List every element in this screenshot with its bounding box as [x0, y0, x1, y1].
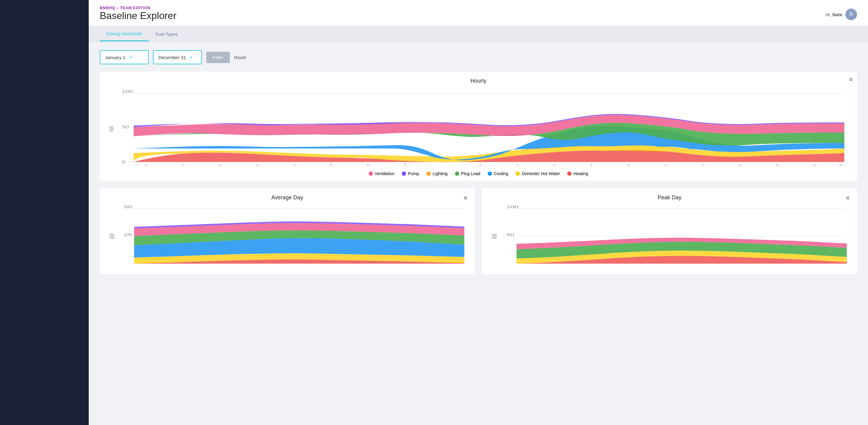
hourly-chart-svg: 100 50 0 kW: [107, 87, 850, 167]
content-area: January 1 ✓ December 31 ✓ Filter Reset H…: [89, 41, 868, 425]
header-left: BNBHQ – TEAM EDITION Baseline Explorer: [100, 5, 177, 22]
legend-pump: Pump: [402, 171, 419, 176]
filter-row: January 1 ✓ December 31 ✓ Filter Reset: [100, 50, 857, 64]
x-label-jan1: J...: [144, 164, 151, 167]
y-label-0: 0: [122, 160, 126, 164]
bottom-charts-row: Average Day ≡ 50 25 kW: [100, 188, 857, 274]
reset-button[interactable]: Reset: [234, 55, 246, 60]
legend-dot-plug-load: [455, 171, 459, 176]
x-label-sep4: S...: [839, 164, 847, 167]
page-title: Baseline Explorer: [100, 10, 177, 22]
x-label-jul3: J...: [553, 164, 560, 167]
peak-kw-label: kW: [490, 233, 498, 239]
average-day-title: Average Day: [271, 194, 303, 201]
legend-label-pump: Pump: [408, 171, 419, 176]
legend-dot-dhw: [516, 171, 520, 176]
peak-y-50: 50: [506, 233, 514, 237]
legend-label-plug-load: Plug Load: [461, 171, 480, 176]
header: BNBHQ – TEAM EDITION Baseline Explorer H…: [89, 0, 868, 26]
chart-legend: Ventilation Pump Lighting Plug Load Cool…: [107, 171, 850, 176]
x-label-feb2: F...: [367, 164, 374, 167]
hourly-chart-title: Hourly: [107, 78, 850, 84]
peak-day-title: Peak Day: [657, 194, 681, 201]
legend-cooling: Cooling: [488, 171, 508, 176]
x-label-sep1: S...: [738, 164, 746, 167]
legend-label-dhw: Domestic Hot Water: [522, 171, 560, 176]
hourly-chart-menu-icon[interactable]: ≡: [849, 76, 853, 83]
legend-dot-pump: [402, 171, 406, 176]
x-label-jan4: J...: [255, 164, 262, 167]
header-right: Hi, Nate N: [826, 8, 857, 22]
legend-label-ventilation: Ventilation: [375, 171, 395, 176]
average-day-section: Average Day ≡ 50 25 kW: [100, 188, 475, 274]
x-label-jul2: J...: [516, 164, 523, 167]
sidebar: [0, 0, 89, 425]
avatar: N: [845, 8, 857, 20]
ventilation-area: [134, 115, 844, 136]
legend-dot-heating: [567, 171, 571, 176]
legend-label-heating: Heating: [574, 171, 588, 176]
hourly-chart-wrapper: 100 50 0 kW: [107, 87, 850, 168]
end-date-value: December 31: [158, 55, 186, 60]
legend-heating: Heating: [567, 171, 588, 176]
x-label-jul6: J...: [664, 164, 671, 167]
tabs-container: Energy Demands Fuel Types: [89, 26, 868, 41]
legend-plug-load: Plug Load: [455, 171, 480, 176]
x-label-sep3: S...: [813, 164, 820, 167]
legend-dot-cooling: [488, 171, 492, 176]
start-date-input[interactable]: January 1 ✓: [100, 50, 149, 64]
tab-energy-demands[interactable]: Energy Demands: [100, 26, 149, 41]
y-label-50: 50: [122, 125, 129, 129]
y-label-100: 100: [122, 89, 133, 93]
end-date-input[interactable]: December 31 ✓: [153, 50, 202, 64]
x-label-jul4: J...: [590, 164, 597, 167]
avg-day-menu-icon[interactable]: ≡: [464, 194, 467, 201]
start-date-value: January 1: [105, 55, 125, 60]
legend-lighting: Lighting: [427, 171, 447, 176]
peak-day-chart-svg: 100 50 kW: [490, 204, 850, 265]
kw-label-hourly: kW: [108, 126, 115, 131]
x-label-jul7: J...: [701, 164, 708, 167]
start-date-check-icon: ✓: [128, 54, 133, 61]
legend-dot-ventilation: [369, 171, 373, 176]
x-label-sep2: S...: [775, 164, 783, 167]
hourly-chart-section: Hourly ≡ 100 50 0 kW: [100, 72, 857, 181]
x-label-jan5: J...: [293, 164, 300, 167]
x-label-jul1: J...: [478, 164, 486, 167]
legend-dhw: Domestic Hot Water: [516, 171, 560, 176]
x-label-jul5: J...: [627, 164, 634, 167]
end-date-check-icon: ✓: [189, 54, 194, 61]
x-label-jan2: J...: [181, 164, 188, 167]
main-content: BNBHQ – TEAM EDITION Baseline Explorer H…: [89, 0, 868, 425]
greeting-text: Hi, Nate: [826, 12, 842, 17]
avg-day-chart-svg: 50 25 kW: [107, 204, 467, 265]
x-label-jan3: J...: [218, 164, 225, 167]
legend-label-lighting: Lighting: [433, 171, 447, 176]
app-subtitle: BNBHQ – TEAM EDITION: [100, 5, 177, 10]
peak-day-menu-icon[interactable]: ≡: [846, 194, 850, 201]
legend-dot-lighting: [427, 171, 431, 176]
avg-kw-label: kW: [108, 233, 116, 239]
legend-ventilation: Ventilation: [369, 171, 395, 176]
x-label-feb1: F...: [330, 164, 337, 167]
filter-button[interactable]: Filter: [206, 52, 230, 63]
x-label-feb3: F...: [404, 164, 411, 167]
peak-day-section: Peak Day ≡ 100 50 kW: [482, 188, 857, 274]
avg-y-25: 25: [124, 233, 132, 237]
tab-fuel-types[interactable]: Fuel Types: [149, 26, 185, 41]
avg-y-50: 50: [124, 205, 132, 209]
tabs-bar: Energy Demands Fuel Types: [89, 26, 868, 41]
legend-label-cooling: Cooling: [494, 171, 508, 176]
